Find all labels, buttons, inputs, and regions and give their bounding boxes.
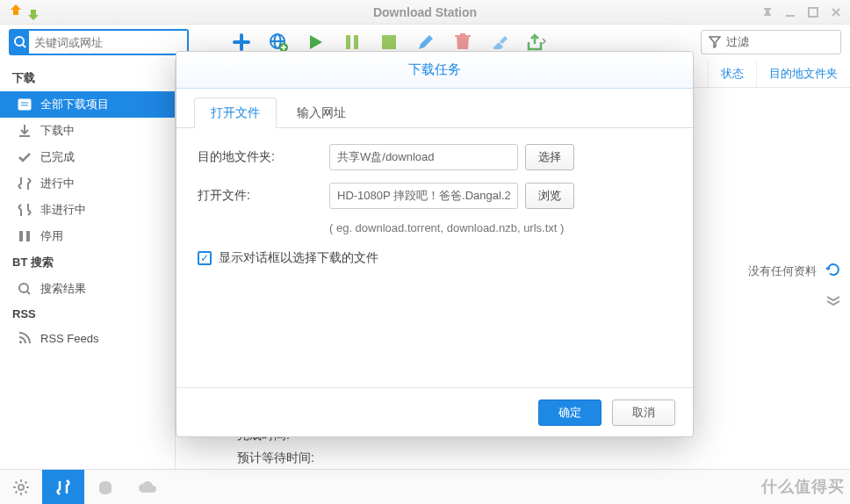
download-task-modal: 下载任务 打开文件 输入网址 目的地文件夹: 选择 打开文件: 浏览 ( eg.… <box>176 51 694 437</box>
ok-button[interactable]: 确定 <box>538 400 601 426</box>
detail-wait-label: 预计等待时间: <box>237 446 316 469</box>
svg-rect-11 <box>26 231 30 241</box>
filter-icon <box>709 36 721 48</box>
delete-button[interactable] <box>452 32 473 53</box>
search-input[interactable] <box>29 31 187 54</box>
file-input[interactable] <box>329 183 518 209</box>
sidebar-item-all[interactable]: 全部下载项目 <box>0 91 175 118</box>
col-status[interactable]: 状态 <box>708 60 756 87</box>
pause-button[interactable] <box>342 32 363 53</box>
filter-placeholder: 过滤 <box>726 34 749 50</box>
play-button[interactable] <box>305 32 326 53</box>
queue-button[interactable] <box>42 470 84 505</box>
modal-body: 目的地文件夹: 选择 打开文件: 浏览 ( eg. download.torre… <box>176 128 693 387</box>
dest-label: 目的地文件夹: <box>198 149 329 165</box>
titlebar: Download Station <box>0 0 850 25</box>
sidebar-item-search-results[interactable]: 搜索结果 <box>0 276 175 302</box>
col-dest[interactable]: 目的地文件夹 <box>756 60 850 87</box>
empty-row: 没有任何资料 <box>748 262 841 280</box>
clear-button[interactable] <box>489 32 510 53</box>
close-button[interactable] <box>829 5 843 19</box>
file-label: 打开文件: <box>198 188 329 204</box>
cloud-button[interactable] <box>126 470 169 505</box>
svg-rect-7 <box>354 35 358 49</box>
checkbox-label: 显示对话框以选择下载的文件 <box>219 250 378 266</box>
svg-rect-9 <box>18 99 31 110</box>
app-icon <box>9 4 40 20</box>
stop-button[interactable] <box>378 32 400 53</box>
sidebar-header-rss: RSS <box>0 302 175 326</box>
empty-text: 没有任何资料 <box>748 263 817 279</box>
svg-rect-10 <box>19 231 23 241</box>
svg-point-2 <box>15 37 24 46</box>
svg-rect-6 <box>346 35 350 49</box>
checkbox-row[interactable]: ✓ 显示对话框以选择下载的文件 <box>198 250 672 266</box>
sidebar-item-rss[interactable]: RSS Feeds <box>0 326 175 350</box>
minimize-button[interactable] <box>783 5 797 19</box>
svg-rect-8 <box>382 35 396 49</box>
sidebar-item-completed[interactable]: 已完成 <box>0 144 175 170</box>
svg-point-14 <box>18 485 24 490</box>
tab-enter-url[interactable]: 输入网址 <box>280 97 363 128</box>
maximize-button[interactable] <box>806 5 820 19</box>
settings-button[interactable] <box>0 470 42 505</box>
edit-button[interactable] <box>415 32 436 53</box>
sidebar-item-inactive[interactable]: 非进行中 <box>0 197 175 223</box>
svg-rect-1 <box>809 8 818 17</box>
dest-input[interactable] <box>329 144 518 170</box>
sidebar-item-active[interactable]: 进行中 <box>0 170 175 197</box>
svg-rect-0 <box>786 15 795 17</box>
search-icon <box>11 31 29 54</box>
sidebar-header-bt: BT 搜索 <box>0 249 175 276</box>
sidebar-header-download: 下载 <box>0 65 175 91</box>
collapse-icon[interactable] <box>825 295 841 308</box>
sidebar: 下载 全部下载项目 下载中 已完成 进行中 非进行中 停用 BT 搜索 搜索结果 <box>0 60 176 469</box>
dest-select-button[interactable]: 选择 <box>525 144 574 170</box>
modal-footer: 确定 取消 <box>176 387 693 436</box>
file-browse-button[interactable]: 浏览 <box>525 183 574 209</box>
cancel-button[interactable]: 取消 <box>612 400 675 426</box>
svg-point-13 <box>19 341 22 343</box>
sidebar-item-downloading[interactable]: 下载中 <box>0 118 175 144</box>
add-url-button[interactable] <box>268 32 289 53</box>
toolbar-buttons <box>231 32 547 53</box>
show-dialog-checkbox[interactable]: ✓ <box>198 251 212 265</box>
watermark: 什么值得买 <box>761 476 845 497</box>
share-button[interactable] <box>526 32 547 53</box>
filter-box[interactable]: 过滤 <box>701 30 841 54</box>
refresh-button[interactable] <box>825 262 841 280</box>
search-box[interactable] <box>9 29 189 55</box>
app-title: Download Station <box>0 5 850 19</box>
modal-tabs: 打开文件 输入网址 <box>176 89 693 128</box>
emule-button[interactable] <box>84 470 126 505</box>
modal-title: 下载任务 <box>176 52 693 89</box>
tab-open-file[interactable]: 打开文件 <box>194 97 277 128</box>
sidebar-item-stopped[interactable]: 停用 <box>0 223 175 249</box>
add-button[interactable] <box>231 32 252 53</box>
window-controls <box>760 5 843 19</box>
svg-point-12 <box>19 284 28 292</box>
file-hint: ( eg. download.torrent, download.nzb, ur… <box>329 221 672 234</box>
pin-button[interactable] <box>760 5 774 19</box>
bottom-bar <box>0 469 850 504</box>
